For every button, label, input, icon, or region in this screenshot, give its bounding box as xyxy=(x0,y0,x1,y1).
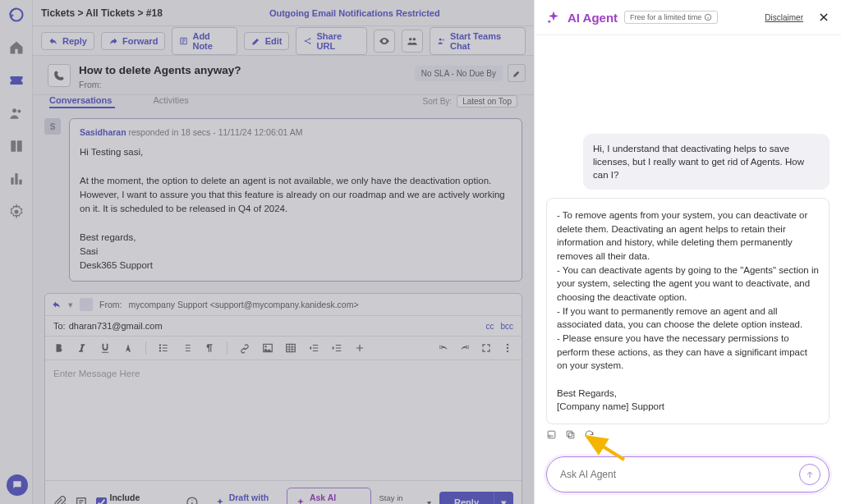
composer-to-row: To: dharan731@gmail.com cc bcc xyxy=(45,316,522,337)
sparkle-icon xyxy=(546,10,561,25)
ticket-title: How to delete Agents anyway? xyxy=(79,64,241,76)
composer-to-label: To: xyxy=(53,321,66,331)
tab-activities[interactable]: Activities xyxy=(153,95,188,105)
bullets-icon[interactable] xyxy=(158,342,169,354)
breadcrumb[interactable]: Tickets > All Tickets > #18 xyxy=(41,7,163,19)
sort-select[interactable]: Latest on Top xyxy=(457,95,517,108)
knowledge-icon[interactable] xyxy=(8,138,25,154)
svg-point-5 xyxy=(310,38,311,39)
copy-icon[interactable] xyxy=(565,429,576,440)
ticket-from-label: From: xyxy=(79,80,241,89)
ask-ai-agent-button[interactable]: Ask AI Agent xyxy=(287,488,370,504)
svg-point-19 xyxy=(507,351,508,352)
ai-panel-title: AI Agent xyxy=(568,11,618,25)
ai-agent-panel: AI Agent Free for a limited time Disclai… xyxy=(534,0,841,504)
indent-icon[interactable] xyxy=(331,342,342,354)
reports-icon[interactable] xyxy=(8,171,25,187)
stay-in-ticket[interactable]: Stay in Ticket ▾ xyxy=(379,493,432,504)
tickets-icon[interactable] xyxy=(8,72,25,89)
watch-button[interactable] xyxy=(374,30,395,53)
send-button[interactable] xyxy=(799,464,820,485)
share-url-button[interactable]: Share URL xyxy=(296,27,366,55)
bcc-button[interactable]: bcc xyxy=(500,322,513,331)
insert-reply-icon[interactable] xyxy=(546,429,557,440)
regenerate-icon[interactable] xyxy=(584,429,595,440)
composer-format-bar xyxy=(45,337,522,360)
breadcrumb-bar: Tickets > All Tickets > #18 Outgoing Ema… xyxy=(33,0,534,26)
sla-badge: No SLA - No Due By xyxy=(415,66,503,81)
chat-bubble-button[interactable] xyxy=(7,474,28,496)
outdent-icon[interactable] xyxy=(308,342,319,354)
paragraph-icon[interactable] xyxy=(204,342,215,354)
edit-button[interactable]: Edit xyxy=(244,32,290,50)
italic-icon[interactable] xyxy=(76,342,88,354)
composer-body[interactable]: Enter Message Here xyxy=(45,360,522,480)
left-nav xyxy=(0,0,33,504)
composer-to-value[interactable]: dharan731@gmail.com xyxy=(69,321,163,331)
close-icon[interactable] xyxy=(818,11,830,23)
composer-from-value: mycompany Support <support@mycompany.kan… xyxy=(128,300,358,309)
ai-header: AI Agent Free for a limited time Disclai… xyxy=(535,0,841,35)
logo-icon[interactable] xyxy=(8,7,25,23)
disclaimer-link[interactable]: Disclaimer xyxy=(765,13,803,22)
message-body: Hi Testing sasi, At the moment, the opti… xyxy=(80,145,512,273)
add-note-button[interactable]: Add Note xyxy=(172,27,237,55)
redo-icon[interactable] xyxy=(459,342,471,354)
include-previous-checkbox[interactable]: Include Previous xyxy=(96,493,178,504)
expand-icon[interactable] xyxy=(480,342,492,354)
more-icon[interactable] xyxy=(502,342,513,354)
undo-icon[interactable] xyxy=(438,342,449,354)
numbers-icon[interactable] xyxy=(181,342,192,354)
settings-icon[interactable] xyxy=(8,204,25,220)
insert-icon[interactable] xyxy=(354,342,365,354)
attach-icon[interactable] xyxy=(53,496,67,504)
ai-input-field[interactable] xyxy=(560,469,799,480)
image-icon[interactable] xyxy=(262,342,273,354)
info-icon[interactable] xyxy=(186,496,199,504)
free-badge: Free for a limited time xyxy=(624,11,718,24)
thread: S Sasidharan responded in 18 secs - 11/1… xyxy=(33,107,534,282)
svg-point-7 xyxy=(409,37,412,40)
toolbar: Reply Forward Add Note Edit Share URL St… xyxy=(33,26,534,56)
message-actions xyxy=(546,429,830,440)
svg-point-9 xyxy=(439,38,442,40)
tab-conversations[interactable]: Conversations xyxy=(49,95,112,105)
agent-message: - To remove agents from your system, you… xyxy=(546,198,830,424)
cc-button[interactable]: cc xyxy=(485,322,494,331)
svg-point-12 xyxy=(159,347,161,349)
svg-rect-16 xyxy=(287,345,296,352)
start-teams-button[interactable]: Start Teams Chat xyxy=(430,27,526,55)
bold-icon[interactable] xyxy=(53,342,65,354)
reply-send-button[interactable]: Reply xyxy=(439,492,494,504)
svg-point-4 xyxy=(305,40,306,42)
table-icon[interactable] xyxy=(285,342,296,354)
draft-with-ai-button[interactable]: Draft with AI xyxy=(215,493,278,504)
sort-by-label: Sort By: xyxy=(423,97,453,106)
composer-footer: Include Previous Draft with AI Ask AI Ag… xyxy=(45,480,522,504)
svg-point-6 xyxy=(310,42,311,44)
edit-ticket-icon[interactable] xyxy=(508,64,526,82)
font-icon[interactable] xyxy=(122,342,134,354)
reply-arrow-icon[interactable] xyxy=(52,300,62,309)
message-author[interactable]: Sasidharan xyxy=(80,127,126,137)
contacts-icon[interactable] xyxy=(8,105,25,121)
home-icon[interactable] xyxy=(8,39,25,56)
tabs-row: Conversations Activities Sort By: Latest… xyxy=(33,95,534,107)
canned-icon[interactable] xyxy=(75,496,88,504)
from-swap-button[interactable] xyxy=(80,298,93,311)
link-icon[interactable] xyxy=(239,342,250,354)
channel-phone-icon xyxy=(48,64,71,87)
svg-point-17 xyxy=(507,344,508,346)
message-responded-meta: responded in 18 secs - 11/11/24 12:06:01… xyxy=(129,127,303,137)
ai-input[interactable] xyxy=(546,456,830,493)
avatar: S xyxy=(44,118,61,135)
reply-button[interactable]: Reply xyxy=(41,32,94,50)
svg-point-8 xyxy=(412,37,416,40)
assign-button[interactable] xyxy=(402,30,423,53)
reply-dropdown[interactable]: ▾ xyxy=(494,492,513,504)
composer: ▾ From: mycompany Support <support@mycom… xyxy=(44,293,522,504)
underline-icon[interactable] xyxy=(99,342,111,354)
forward-button[interactable]: Forward xyxy=(101,32,165,50)
svg-point-15 xyxy=(265,346,267,347)
svg-rect-23 xyxy=(548,431,555,438)
